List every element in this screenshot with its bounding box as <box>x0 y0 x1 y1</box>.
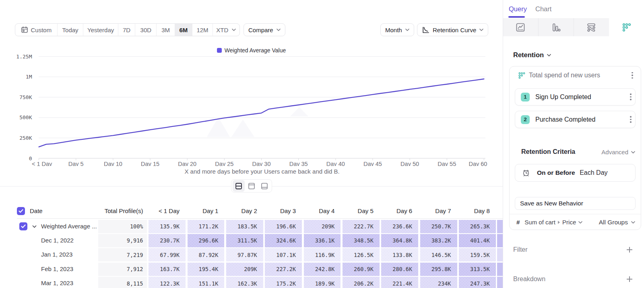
criteria-box[interactable]: On or Before Each Day <box>515 164 636 182</box>
behavior-menu-button[interactable] <box>632 71 633 80</box>
retention-value-cell[interactable]: 135.9K <box>149 220 186 233</box>
retention-value-cell[interactable]: 348.5K <box>343 234 380 247</box>
retention-value-cell[interactable]: 383.2K <box>420 234 457 247</box>
column-header-day[interactable]: Day 4 <box>303 204 335 218</box>
retention-value-cell[interactable]: 189.9K <box>304 277 341 288</box>
report-type-retention[interactable] <box>609 18 644 36</box>
step-2-menu-button[interactable] <box>630 115 632 124</box>
retention-value-cell[interactable]: 171.2K <box>188 220 225 233</box>
retention-value-cell[interactable]: 162.3K <box>226 277 263 288</box>
row-label-cell[interactable]: Jan 1, 2023 <box>17 248 97 261</box>
retention-value-cell[interactable]: 206.2K <box>343 277 380 288</box>
retention-value-cell[interactable]: 242.8K <box>304 263 341 276</box>
retention-value-cell[interactable]: 87.92K <box>188 248 225 261</box>
retention-value-cell[interactable]: 280.6K <box>381 263 418 276</box>
retention-value-cell[interactable]: 230.7K <box>149 234 186 247</box>
retention-value-cell[interactable]: 311.5K <box>226 234 263 247</box>
retention-value-cell[interactable]: 324.6K <box>265 234 302 247</box>
query-sidebar: Query Chart <box>503 0 644 288</box>
row-label-cell[interactable]: Weighted Average ... <box>17 220 97 233</box>
layout-toggle-chart-view[interactable] <box>246 180 258 192</box>
layout-toggle-split-view[interactable] <box>233 180 245 192</box>
report-section-heading[interactable]: Retention <box>513 51 551 59</box>
row-label-cell[interactable]: Feb 1, 2023 <box>17 263 97 276</box>
retention-value-cell[interactable]: 159.5K <box>459 248 496 261</box>
report-type-insights[interactable] <box>503 18 539 36</box>
retention-value-cell[interactable]: 209K <box>304 220 341 233</box>
column-header-day[interactable]: Day 6 <box>380 204 412 218</box>
column-header-day[interactable]: Day 5 <box>342 204 374 218</box>
retention-line-chart[interactable]: 0250K500K750K1M1.25M< 1 DayDay 5Day 10Da… <box>0 0 503 166</box>
retention-value-cell[interactable]: 107.1K <box>265 248 302 261</box>
retention-value-cell[interactable]: 221.4K <box>381 277 418 288</box>
column-header-day[interactable]: Day 2 <box>225 204 257 218</box>
retention-value-cell-cutoff <box>497 220 503 233</box>
column-header-day[interactable]: Day 7 <box>419 204 451 218</box>
retention-value-cell[interactable]: 234K <box>420 277 457 288</box>
active-tab-underline <box>508 16 525 18</box>
total-profiles-cell: 8,115 <box>98 277 147 288</box>
step-1-menu-button[interactable] <box>630 93 632 101</box>
column-header-day[interactable]: < 1 Day <box>148 204 180 218</box>
retention-value-cell[interactable]: 146.5K <box>420 248 457 261</box>
column-header-day[interactable]: Day 1 <box>187 204 219 218</box>
x-tick-label: Day 25 <box>215 161 233 166</box>
step-2-card[interactable]: 2 Purchase Completed <box>515 111 636 128</box>
retention-value-cell[interactable]: 209K <box>226 263 263 276</box>
retention-value-cell[interactable]: 247.3K <box>459 277 496 288</box>
criteria-condition[interactable]: On or Before <box>537 169 575 176</box>
retention-value-cell[interactable]: 151.1K <box>188 277 225 288</box>
select-all-checkbox[interactable] <box>17 207 25 215</box>
column-header-total[interactable]: Total Profile(s) <box>90 204 143 218</box>
filter-section[interactable]: Filter <box>513 246 632 254</box>
retention-value-cell[interactable]: 265.3K <box>459 220 496 233</box>
breakdown-section[interactable]: Breakdown <box>513 275 632 283</box>
retention-value-cell[interactable]: 222.7K <box>343 220 380 233</box>
row-label-cell[interactable]: Mar 1, 2023 <box>17 277 97 288</box>
expand-chevron-icon[interactable] <box>32 225 37 228</box>
add-breakdown-icon[interactable] <box>627 276 632 282</box>
layout-toggle-table-view[interactable] <box>258 180 270 192</box>
report-type-funnels[interactable] <box>539 18 574 36</box>
column-header-day[interactable]: Day 3 <box>264 204 296 218</box>
x-tick-label: Day 50 <box>400 161 419 166</box>
retention-value-cell[interactable]: 227.2K <box>265 263 302 276</box>
retention-value-cell[interactable]: 313.5K <box>459 263 496 276</box>
property-selector[interactable]: Sum of cart Price <box>524 219 582 226</box>
retention-value-cell[interactable]: 295.8K <box>420 263 457 276</box>
retention-value-cell[interactable]: 183.5K <box>226 220 263 233</box>
report-type-flows[interactable] <box>574 18 609 36</box>
column-header-day[interactable]: Day 8 <box>458 204 490 218</box>
retention-value-cell[interactable]: 97.87K <box>226 248 263 261</box>
tab-chart[interactable]: Chart <box>535 0 551 18</box>
retention-value-cell[interactable]: 133.8K <box>381 248 418 261</box>
retention-value-cell[interactable]: 364.8K <box>381 234 418 247</box>
retention-value-cell[interactable]: 196.6K <box>265 220 302 233</box>
retention-value-cell[interactable]: 401.4K <box>459 234 496 247</box>
retention-value-cell[interactable]: 175.2K <box>265 277 302 288</box>
behavior-card: Total spend of new users 1 Sign Up Compl… <box>509 66 641 230</box>
retention-line[interactable] <box>39 79 484 147</box>
retention-value-cell[interactable]: 336.1K <box>304 234 341 247</box>
retention-value-cell[interactable]: 250.7K <box>420 220 457 233</box>
add-filter-icon[interactable] <box>627 247 632 253</box>
advanced-dropdown[interactable]: Advanced <box>601 149 635 155</box>
retention-value-cell[interactable]: 67.99K <box>149 248 186 261</box>
row-label-cell[interactable]: Dec 1, 2022 <box>17 234 97 247</box>
retention-value-cell[interactable]: 296.6K <box>188 234 225 247</box>
row-checkbox[interactable] <box>19 222 27 230</box>
retention-value-cell[interactable]: 122.3K <box>149 277 186 288</box>
retention-value-cell[interactable]: 163.7K <box>149 263 186 276</box>
retention-value-cell[interactable]: 260.9K <box>343 263 380 276</box>
retention-value-cell[interactable]: 195.4K <box>188 263 225 276</box>
step-1-card[interactable]: 1 Sign Up Completed <box>515 88 636 106</box>
criteria-value[interactable]: Each Day <box>580 169 607 176</box>
check-icon <box>21 224 26 228</box>
total-profiles-cell: 7,219 <box>98 248 147 261</box>
group-selector[interactable]: All Groups <box>599 219 635 226</box>
save-behavior-input[interactable]: Save as New Behavior <box>515 197 636 210</box>
tab-query[interactable]: Query <box>509 0 527 18</box>
retention-value-cell[interactable]: 116.9K <box>304 248 341 261</box>
retention-value-cell[interactable]: 236.6K <box>381 220 418 233</box>
retention-value-cell[interactable]: 126.5K <box>343 248 380 261</box>
